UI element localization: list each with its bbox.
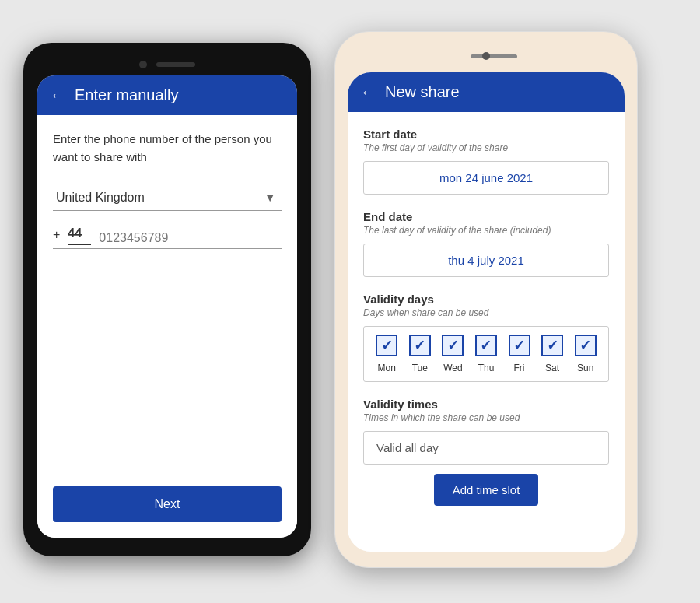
iphone-speaker — [471, 54, 517, 58]
android-header: ← Enter manually — [37, 75, 297, 115]
day-label-fri: Fri — [509, 363, 530, 373]
validity-times-section: Validity times Times in which the share … — [363, 398, 609, 506]
day-check-mon[interactable]: ✓ — [376, 335, 397, 356]
country-select[interactable]: United Kingdom United States France Germ… — [53, 184, 282, 210]
day-label-thu: Thu — [475, 363, 497, 373]
validity-days-sublabel: Days when share can be used — [363, 307, 609, 318]
validity-times-sublabel: Times in which the share can be used — [363, 412, 609, 423]
iphone-screen: ← New share Start date The first day of … — [348, 72, 625, 552]
check-icon-fri: ✓ — [513, 338, 525, 352]
iphone-back-button[interactable]: ← — [360, 83, 376, 101]
check-icon-wed: ✓ — [447, 338, 459, 352]
day-check-fri[interactable]: ✓ — [509, 335, 530, 356]
check-icon-tue: ✓ — [414, 338, 425, 352]
phone-prefix: + — [53, 228, 60, 245]
next-button[interactable]: Next — [53, 486, 282, 522]
phone-number-input[interactable] — [99, 231, 282, 245]
android-notch — [37, 57, 297, 72]
validity-times-label: Validity times — [363, 398, 609, 411]
check-icon-sat: ✓ — [547, 338, 558, 352]
add-time-slot-button[interactable]: Add time slot — [434, 474, 539, 506]
day-label-tue: Tue — [409, 363, 431, 373]
android-back-button[interactable]: ← — [50, 86, 65, 104]
days-labels-row: Mon Tue Wed Thu Fri Sat Sun — [364, 359, 608, 381]
android-content: Enter the phone number of the person you… — [37, 115, 297, 538]
iphone-top-bar — [348, 44, 625, 68]
iphone: ← New share Start date The first day of … — [334, 31, 638, 568]
android-speaker — [156, 62, 195, 67]
check-icon-thu: ✓ — [480, 338, 492, 352]
valid-all-day-box: Valid all day — [363, 431, 609, 465]
day-label-sat: Sat — [541, 363, 563, 373]
end-date-label: End date — [363, 210, 609, 223]
android-camera — [139, 61, 147, 68]
end-date-section: End date The last day of validity of the… — [363, 210, 609, 277]
instruction-text: Enter the phone number of the person you… — [53, 131, 282, 166]
validity-days-section: Validity days Days when share can be use… — [363, 293, 609, 382]
day-check-sun[interactable]: ✓ — [575, 335, 597, 356]
phone-input-row: + 44 — [53, 226, 282, 249]
check-icon-mon: ✓ — [381, 338, 393, 352]
iphone-header: ← New share — [348, 72, 625, 112]
start-date-section: Start date The first day of validity of … — [363, 128, 609, 195]
phone-country-code: 44 — [68, 226, 91, 245]
start-date-sublabel: The first day of validity of the share — [363, 142, 609, 153]
days-grid: ✓ ✓ ✓ ✓ ✓ ✓ ✓ Mon Tue Wed Thu Fri — [363, 326, 609, 382]
day-check-sat[interactable]: ✓ — [541, 335, 563, 356]
day-check-tue[interactable]: ✓ — [409, 335, 431, 356]
day-check-wed[interactable]: ✓ — [442, 335, 464, 356]
day-label-wed: Wed — [442, 363, 464, 373]
android-header-title: Enter manually — [75, 86, 178, 104]
check-icon-sun: ✓ — [579, 338, 591, 352]
validity-days-label: Validity days — [363, 293, 609, 306]
day-check-thu[interactable]: ✓ — [475, 335, 497, 356]
start-date-button[interactable]: mon 24 june 2021 — [363, 161, 609, 195]
android-phone: ← Enter manually Enter the phone number … — [23, 43, 311, 556]
day-label-mon: Mon — [376, 363, 397, 373]
end-date-sublabel: The last day of validity of the share (i… — [363, 225, 609, 236]
country-select-wrapper[interactable]: United Kingdom United States France Germ… — [53, 184, 282, 211]
iphone-camera — [482, 52, 490, 60]
end-date-button[interactable]: thu 4 july 2021 — [363, 244, 609, 277]
start-date-label: Start date — [363, 128, 609, 141]
android-screen: ← Enter manually Enter the phone number … — [37, 75, 297, 538]
iphone-header-title: New share — [385, 83, 460, 101]
iphone-content: Start date The first day of validity of … — [348, 112, 625, 552]
day-label-sun: Sun — [575, 363, 597, 373]
days-checks-row: ✓ ✓ ✓ ✓ ✓ ✓ ✓ — [364, 327, 608, 359]
